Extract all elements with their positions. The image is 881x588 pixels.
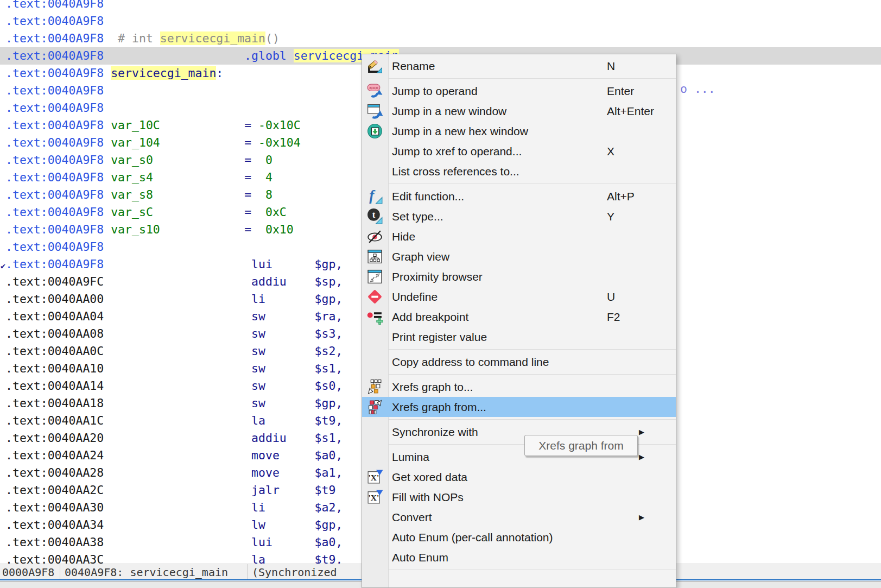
disasm-address: .text:0040A9F8 — [5, 205, 104, 219]
disasm-address: .text:0040A9F8 — [5, 153, 104, 167]
disasm-instruction: la $t9, — [104, 414, 343, 427]
menu-item-jump-to-operand[interactable]: <=>Jump to operandEnter — [362, 81, 676, 101]
menu-item-jump-in-a-new-window[interactable]: Jump in a new windowAlt+Enter — [362, 101, 676, 121]
menu-item-jump-to-xref-to-operand[interactable]: Jump to xref to operand...X — [362, 141, 676, 161]
menu-item-label: Jump to operand — [392, 85, 478, 98]
disasm-address: .text:0040AA20 — [5, 431, 104, 445]
disasm-text: 0xC — [265, 205, 287, 219]
disasm-text: = — [244, 170, 251, 184]
disasm-instruction: sw $s1, — [104, 362, 343, 375]
disasm-address: .text:0040A9F8 — [5, 14, 104, 28]
menu-item-undefine[interactable]: UndefineU — [362, 287, 676, 307]
disasm-text — [153, 205, 244, 219]
disasm-address: .text:0040A9F8 — [5, 101, 104, 115]
menu-item-add-breakpoint[interactable]: Add breakpointF2 — [362, 307, 676, 327]
status-address-function: 0040A9F8: servicecgi_main — [60, 564, 248, 580]
menu-item-label: Copy address to command line — [392, 356, 549, 369]
menu-item-copy-address-to-command-line[interactable]: Copy address to command line — [362, 352, 676, 372]
menu-item-label: Get xored data — [392, 471, 467, 484]
disasm-instruction: lui $gp, — [104, 257, 343, 271]
menu-item-print-register-value[interactable]: Print register value — [362, 327, 676, 347]
menu-item-auto-enum-per-call-annotation[interactable]: Auto Enum (per-call annotation) — [362, 527, 676, 547]
menu-item-edit-function[interactable]: fEdit function...Alt+P — [362, 186, 676, 206]
disasm-address: .text:0040AA10 — [5, 362, 104, 375]
disasm-instruction: addiu $sp, — [104, 275, 343, 288]
svg-text:'X': 'X' — [369, 493, 379, 502]
menu-item-hide[interactable]: Hide — [362, 226, 676, 246]
disasm-text — [104, 170, 111, 184]
menu-item-shortcut: U — [607, 290, 615, 304]
disasm-instruction: sw $s2, — [104, 344, 343, 358]
menu-item-label: Undefine — [392, 290, 438, 304]
disasm-address: .text:0040A9F8 — [5, 49, 104, 62]
disasm-address: .text:0040AA24 — [5, 448, 104, 462]
menu-item-label: Fill with NOPs — [392, 491, 464, 504]
undefine-icon — [366, 288, 383, 305]
disasm-text — [104, 31, 118, 45]
xref-comment-fragment: o ... — [680, 82, 715, 96]
disasm-address: .text:0040A9F8 — [5, 188, 104, 201]
disasm-address: .text:0040AA30 — [5, 501, 104, 514]
disasm-line[interactable]: .text:0040A9F8 — [0, 12, 881, 30]
menu-item-xrefs-graph-to[interactable]: Xrefs graph to... — [362, 377, 676, 397]
disasm-instruction: sw $gp, — [104, 396, 343, 410]
menu-item-fill-with-nops[interactable]: 'X'Fill with NOPs — [362, 487, 676, 507]
disasm-address: .text:0040A9F8 — [5, 84, 104, 97]
disasm-text — [251, 205, 265, 219]
rename-icon — [366, 58, 383, 74]
menu-item-jump-in-a-new-hex-window[interactable]: Jump in a new hex window — [362, 121, 676, 141]
disasm-line[interactable]: .text:0040A9F8 # int servicecgi_main() — [0, 30, 881, 47]
menu-separator — [389, 419, 676, 420]
menu-item-graph-view[interactable]: Graph view — [362, 246, 676, 267]
menu-item-proximity-browser[interactable]: Proximity browser — [362, 267, 676, 287]
svg-text:'X': 'X' — [369, 473, 379, 482]
disasm-instruction: addiu $s1, — [104, 431, 343, 445]
status-offset: 0000A9F8 — [0, 564, 60, 580]
disasm-line[interactable]: .text:0040A9F8 — [0, 0, 881, 12]
graph-view-icon — [366, 248, 383, 265]
menu-item-label: List cross references to... — [392, 165, 519, 178]
disasm-text — [251, 223, 265, 236]
menu-item-rename[interactable]: RenameN — [362, 56, 676, 76]
disasm-text: var_10C — [111, 118, 160, 132]
svg-text:<=>: <=> — [369, 85, 378, 91]
menu-item-label: Jump to xref to operand... — [392, 145, 522, 158]
disasm-instruction: move $a1, — [104, 466, 343, 479]
menu-item-set-type[interactable]: tSet type...Y — [362, 206, 676, 226]
current-line-check-icon: ✔ — [1, 257, 5, 275]
disasm-text — [104, 223, 111, 236]
disasm-text — [251, 170, 265, 184]
xor-data-icon: 'X' — [366, 469, 383, 485]
menu-item-label: Synchronize with — [392, 426, 478, 439]
menu-separator — [389, 78, 676, 79]
disasm-text: # int — [118, 31, 160, 45]
disasm-text: 0x10 — [265, 223, 294, 236]
menu-item-xrefs-graph-from[interactable]: Xrefs graph from... — [362, 397, 676, 417]
menu-item-label: Graph view — [392, 250, 449, 263]
menu-item-shortcut: N — [607, 60, 615, 73]
disasm-text — [153, 170, 244, 184]
menu-item-get-xored-data[interactable]: 'X'Get xored data — [362, 467, 676, 487]
disasm-text — [104, 66, 111, 80]
submenu-arrow-icon: ▶ — [639, 428, 644, 436]
menu-item-label: Jump in a new hex window — [392, 125, 528, 138]
disasm-address: .text:0040AA2C — [5, 483, 104, 497]
context-menu: RenameN<=>Jump to operandEnterJump in a … — [362, 54, 676, 588]
disasm-text — [104, 118, 111, 132]
disasm-text: 8 — [265, 188, 272, 201]
disasm-text — [160, 223, 244, 236]
menu-item-auto-enum[interactable]: Auto Enum — [362, 547, 676, 567]
xrefs-graph-from-icon — [366, 399, 383, 415]
menu-item-list-cross-references-to[interactable]: List cross references to... — [362, 161, 676, 181]
disasm-text: var_s4 — [111, 170, 153, 184]
menu-item-convert[interactable]: Convert▶ — [362, 507, 676, 527]
disasm-instruction: move $a0, — [104, 448, 343, 462]
disasm-address: .text:0040AA1C — [5, 414, 104, 427]
disasm-text: .globl — [244, 49, 294, 62]
disasm-instruction: sw $s0, — [104, 379, 343, 393]
menu-item-label: Proximity browser — [392, 270, 483, 283]
tooltip: Xrefs graph from — [524, 435, 638, 456]
disasm-address: .text:0040AA28 — [5, 466, 104, 479]
menu-item-label: Convert — [392, 511, 432, 524]
disasm-text — [251, 136, 258, 149]
